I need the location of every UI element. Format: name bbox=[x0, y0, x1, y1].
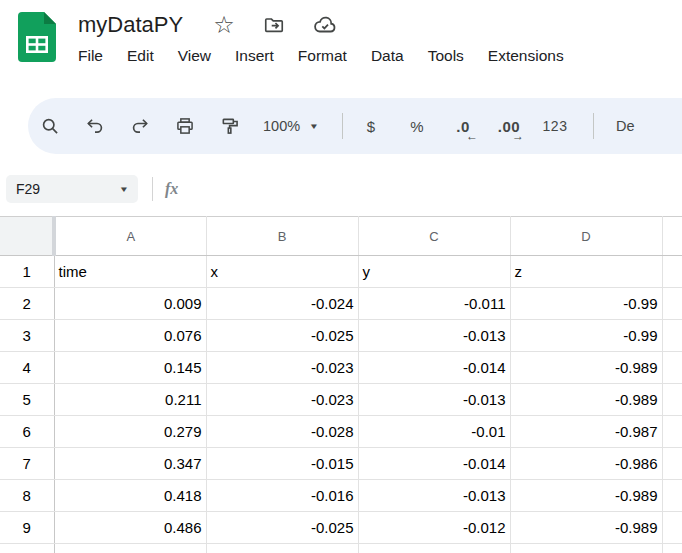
cell-D9[interactable]: -0.989 bbox=[510, 512, 662, 544]
cell-E9[interactable] bbox=[662, 512, 682, 544]
sheets-logo-icon[interactable] bbox=[18, 12, 56, 62]
cell-reference: F29 bbox=[16, 181, 40, 197]
cell-B4[interactable]: -0.023 bbox=[206, 352, 358, 384]
undo-icon[interactable] bbox=[77, 108, 113, 144]
menu-view[interactable]: View bbox=[166, 43, 223, 69]
cell-E6[interactable] bbox=[662, 416, 682, 448]
column-header-D[interactable]: D bbox=[510, 217, 662, 256]
cell-D7[interactable]: -0.986 bbox=[510, 448, 662, 480]
cell-B6[interactable]: -0.028 bbox=[206, 416, 358, 448]
menu-data[interactable]: Data bbox=[359, 43, 416, 69]
cell-C1[interactable]: y bbox=[358, 256, 510, 288]
cell-A9[interactable]: 0.486 bbox=[54, 512, 206, 544]
cell-B8[interactable]: -0.016 bbox=[206, 480, 358, 512]
cell-D4[interactable]: -0.989 bbox=[510, 352, 662, 384]
star-icon[interactable]: ☆ bbox=[213, 13, 235, 37]
cell-B10[interactable]: -0.02 bbox=[206, 544, 358, 553]
zoom-control[interactable]: 100% ▼ bbox=[263, 118, 318, 134]
cell-A7[interactable]: 0.347 bbox=[54, 448, 206, 480]
cell-A5[interactable]: 0.211 bbox=[54, 384, 206, 416]
cell-A2[interactable]: 0.009 bbox=[54, 288, 206, 320]
cell-B9[interactable]: -0.025 bbox=[206, 512, 358, 544]
menu-extensions[interactable]: Extensions bbox=[476, 43, 576, 69]
cell-B5[interactable]: -0.023 bbox=[206, 384, 358, 416]
cell-C3[interactable]: -0.013 bbox=[358, 320, 510, 352]
decrease-decimal-button[interactable]: .0 ← bbox=[445, 108, 481, 144]
cell-E3[interactable] bbox=[662, 320, 682, 352]
column-header-C[interactable]: C bbox=[358, 217, 510, 256]
cell-C4[interactable]: -0.014 bbox=[358, 352, 510, 384]
caret-down-icon[interactable]: ▼ bbox=[119, 185, 129, 194]
cell-B3[interactable]: -0.025 bbox=[206, 320, 358, 352]
column-header-A[interactable]: A bbox=[54, 217, 206, 256]
row-header-7[interactable]: 7 bbox=[0, 448, 54, 480]
search-icon[interactable] bbox=[32, 108, 68, 144]
menu-file[interactable]: File bbox=[66, 43, 115, 69]
cell-A6[interactable]: 0.279 bbox=[54, 416, 206, 448]
format-percent-button[interactable]: % bbox=[399, 108, 435, 144]
row-header-5[interactable]: 5 bbox=[0, 384, 54, 416]
cell-A10[interactable]: 0.552 bbox=[54, 544, 206, 553]
row-header-6[interactable]: 6 bbox=[0, 416, 54, 448]
cell-E7[interactable] bbox=[662, 448, 682, 480]
move-to-folder-icon[interactable] bbox=[263, 14, 285, 36]
cell-D8[interactable]: -0.989 bbox=[510, 480, 662, 512]
toolbar-container: 100% ▼ $ % .0 ← .00 → 123 De bbox=[0, 98, 682, 162]
select-all-corner[interactable] bbox=[0, 217, 54, 256]
menu-format[interactable]: Format bbox=[286, 43, 359, 69]
column-header-B[interactable]: B bbox=[206, 217, 358, 256]
cell-C10[interactable]: -0.013 bbox=[358, 544, 510, 553]
formula-bar-divider bbox=[152, 177, 153, 201]
row-header-2[interactable]: 2 bbox=[0, 288, 54, 320]
cell-E10[interactable] bbox=[662, 544, 682, 553]
toolbar-divider bbox=[342, 113, 343, 139]
cell-C2[interactable]: -0.011 bbox=[358, 288, 510, 320]
menu-insert[interactable]: Insert bbox=[223, 43, 286, 69]
row-header-3[interactable]: 3 bbox=[0, 320, 54, 352]
cell-A4[interactable]: 0.145 bbox=[54, 352, 206, 384]
formula-bar: F29 ▼ fx bbox=[0, 162, 682, 216]
document-title[interactable]: myDataPY bbox=[78, 12, 183, 38]
more-formats-button[interactable]: 123 bbox=[537, 108, 573, 144]
increase-decimal-button[interactable]: .00 → bbox=[491, 108, 527, 144]
column-header-E[interactable] bbox=[662, 217, 682, 256]
row-header-8[interactable]: 8 bbox=[0, 480, 54, 512]
cell-C6[interactable]: -0.01 bbox=[358, 416, 510, 448]
paint-format-icon[interactable] bbox=[212, 108, 248, 144]
cell-D10[interactable]: -0.99 bbox=[510, 544, 662, 553]
menu-tools[interactable]: Tools bbox=[416, 43, 476, 69]
cell-B2[interactable]: -0.024 bbox=[206, 288, 358, 320]
name-box[interactable]: F29 ▼ bbox=[6, 175, 138, 203]
cell-D3[interactable]: -0.99 bbox=[510, 320, 662, 352]
redo-icon[interactable] bbox=[122, 108, 158, 144]
cell-E8[interactable] bbox=[662, 480, 682, 512]
row-header-10[interactable]: 10 bbox=[0, 544, 54, 553]
font-selector[interactable]: De bbox=[616, 118, 635, 134]
cell-D2[interactable]: -0.99 bbox=[510, 288, 662, 320]
formula-input[interactable] bbox=[190, 162, 682, 216]
cell-D6[interactable]: -0.987 bbox=[510, 416, 662, 448]
row-header-4[interactable]: 4 bbox=[0, 352, 54, 384]
print-icon[interactable] bbox=[167, 108, 203, 144]
cell-A8[interactable]: 0.418 bbox=[54, 480, 206, 512]
cell-E1[interactable] bbox=[662, 256, 682, 288]
cell-B7[interactable]: -0.015 bbox=[206, 448, 358, 480]
row-header-9[interactable]: 9 bbox=[0, 512, 54, 544]
row-header-1[interactable]: 1 bbox=[0, 256, 54, 288]
arrow-left-icon: ← bbox=[466, 130, 478, 142]
cell-E2[interactable] bbox=[662, 288, 682, 320]
cell-B1[interactable]: x bbox=[206, 256, 358, 288]
format-currency-button[interactable]: $ bbox=[353, 108, 389, 144]
cell-E4[interactable] bbox=[662, 352, 682, 384]
cell-C8[interactable]: -0.013 bbox=[358, 480, 510, 512]
cell-C5[interactable]: -0.013 bbox=[358, 384, 510, 416]
menu-edit[interactable]: Edit bbox=[115, 43, 166, 69]
cell-C9[interactable]: -0.012 bbox=[358, 512, 510, 544]
cell-D1[interactable]: z bbox=[510, 256, 662, 288]
cell-C7[interactable]: -0.014 bbox=[358, 448, 510, 480]
cloud-saved-icon[interactable] bbox=[313, 13, 337, 37]
cell-E5[interactable] bbox=[662, 384, 682, 416]
cell-D5[interactable]: -0.989 bbox=[510, 384, 662, 416]
cell-A3[interactable]: 0.076 bbox=[54, 320, 206, 352]
cell-A1[interactable]: time bbox=[54, 256, 206, 288]
